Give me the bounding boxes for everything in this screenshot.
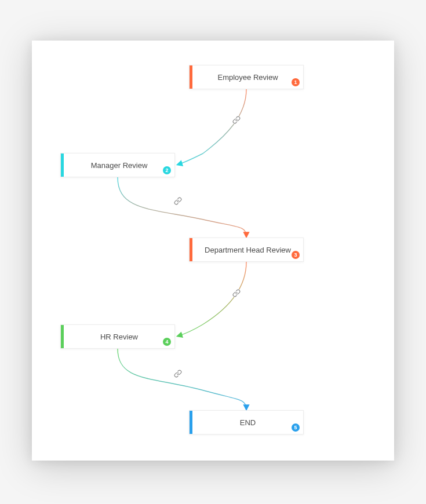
link-icon — [232, 288, 241, 298]
link-icon — [173, 196, 183, 206]
workflow-node[interactable]: Employee Review1 — [189, 65, 304, 89]
node-label: Employee Review — [192, 73, 303, 82]
node-label: HR Review — [64, 333, 174, 341]
node-number-badge: 5 — [292, 423, 300, 432]
link-icon — [232, 115, 241, 125]
node-label: Manager Review — [64, 161, 174, 170]
link-icon — [173, 369, 183, 378]
node-number-badge: 4 — [163, 338, 171, 346]
connector — [178, 89, 246, 165]
workflow-node[interactable]: END5 — [189, 410, 304, 434]
workflow-node[interactable]: Department Head Review3 — [189, 238, 304, 262]
node-label: END — [192, 418, 303, 427]
connector — [118, 177, 246, 236]
connector — [118, 349, 246, 409]
node-number-badge: 2 — [163, 166, 171, 174]
node-number-badge: 1 — [292, 78, 300, 86]
connector — [178, 262, 246, 336]
workflow-node[interactable]: Manager Review2 — [60, 153, 175, 177]
node-number-badge: 3 — [292, 251, 300, 259]
node-label: Department Head Review — [192, 246, 303, 254]
workflow-canvas: Employee Review1Manager Review2Departmen… — [32, 41, 394, 461]
workflow-node[interactable]: HR Review4 — [60, 324, 175, 349]
